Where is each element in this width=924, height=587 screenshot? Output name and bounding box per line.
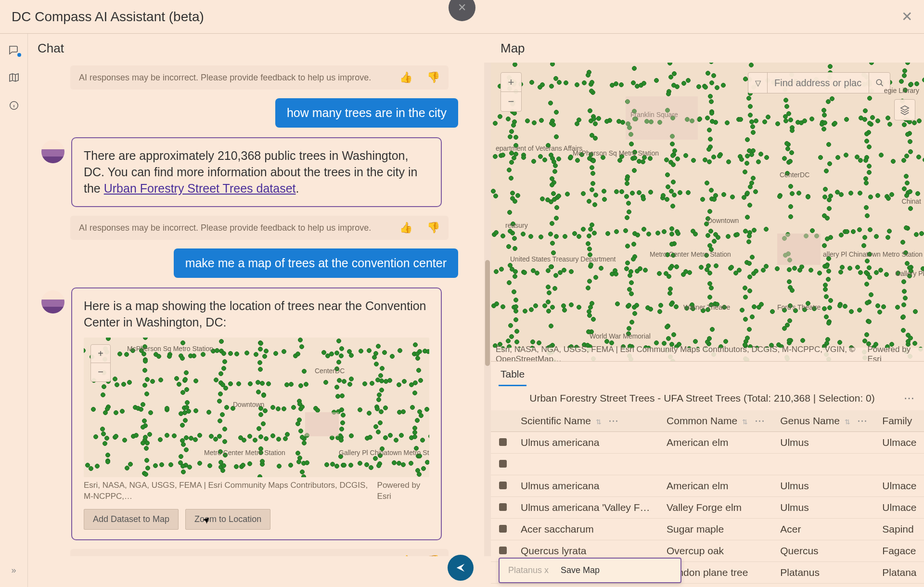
thumbs-down-icon[interactable]: 👎 [427, 71, 440, 84]
cell-scientific-name: Acer saccharum [515, 519, 661, 540]
row-select-checkbox[interactable] [499, 482, 507, 489]
table-row[interactable] [491, 454, 924, 475]
map-label: Ford's Theatre [777, 303, 821, 311]
thumbs-up-icon[interactable]: 👍 [399, 222, 412, 234]
table-row[interactable]: Ulmus americana American elm Ulmus Ulmac… [491, 475, 924, 497]
cell-family: Platana [876, 562, 924, 584]
cell-genus-name: Acer [774, 519, 876, 540]
cell-scientific-name: Ulmus americana [515, 475, 661, 497]
column-header[interactable]: Scientific Name [521, 415, 591, 426]
table-row[interactable]: Ulmus americana 'Valley F… Valley Forge … [491, 497, 924, 519]
ai-text-post: . [295, 182, 299, 195]
cell-family [876, 454, 924, 475]
column-options-icon[interactable]: ⋯ [608, 415, 618, 426]
cell-genus-name [774, 454, 876, 475]
column-options-icon[interactable]: ⋯ [857, 415, 867, 426]
sidebar-info-icon[interactable] [8, 99, 20, 112]
column-options-icon[interactable]: ⋯ [755, 415, 765, 426]
column-header[interactable]: Common Name [667, 415, 737, 426]
layers-icon[interactable] [894, 99, 915, 120]
popup-row-sci: Platanus x [508, 565, 549, 575]
thumbs-down-icon[interactable]: 👎 [427, 555, 440, 556]
thumbs-up-icon[interactable]: 👍 [399, 555, 412, 556]
row-select-checkbox[interactable] [499, 525, 507, 533]
embedded-map[interactable]: + − McPherson Sq Metro Station CenterDC … [84, 338, 429, 477]
zoom-out-icon[interactable]: − [501, 92, 521, 111]
map-search-input[interactable] [768, 78, 869, 89]
close-icon[interactable]: ✕ [901, 9, 912, 25]
map-label: reasury [505, 222, 528, 229]
chat-scrollbar[interactable] [484, 63, 491, 556]
cell-common-name: Sugar maple [661, 519, 774, 540]
thumbs-up-icon[interactable]: 👍 [399, 71, 412, 84]
cell-scientific-name: Ulmus americana [515, 432, 661, 454]
map-label: CenterDC [780, 171, 809, 179]
chat-header: Chat [28, 34, 491, 63]
ai-message: There are approximately 210,368 public t… [71, 137, 442, 207]
map-label: Downtown [707, 217, 739, 224]
map-label: Metro Center Metro Station [204, 448, 285, 457]
zoom-to-location-button[interactable]: Zoom to Location [185, 509, 270, 530]
search-filter-icon[interactable]: ▽ [748, 73, 768, 93]
map-label: Downtown [233, 400, 264, 409]
send-button[interactable] [448, 555, 474, 581]
zoom-in-icon[interactable]: + [501, 73, 521, 92]
save-map-label: Save Map [561, 565, 600, 575]
svg-point-1 [876, 79, 882, 85]
map-label: McPherson Sq Metro Station [573, 149, 659, 157]
cell-common-name: American elm [661, 432, 774, 454]
top-pill-close[interactable]: ✕ [449, 0, 475, 21]
map-powered: Powered by Esri [867, 345, 919, 361]
cell-family: Ulmace [876, 497, 924, 519]
table-options-icon[interactable]: ⋯ [904, 392, 914, 404]
cell-family: Ulmace [876, 432, 924, 454]
save-map-popup[interactable]: Platanus x Save Map [499, 558, 681, 583]
cell-common-name: Valley Forge elm [661, 497, 774, 519]
cell-common-name: American elm [661, 475, 774, 497]
table-row[interactable]: Ulmus americana American elm Ulmus Ulmac… [491, 432, 924, 454]
table-row[interactable]: Acer saccharum Sugar maple Acer Sapind [491, 519, 924, 540]
row-select-checkbox[interactable] [499, 503, 507, 511]
cell-genus-name: Ulmus [774, 497, 876, 519]
mini-map-powered: Powered by Esri [377, 480, 429, 502]
sort-icon[interactable]: ⇅ [845, 418, 850, 426]
mini-zoom-in-icon[interactable]: + [91, 345, 110, 363]
sidebar-chat-icon[interactable] [8, 43, 20, 56]
column-header[interactable]: Family [882, 415, 912, 426]
map-label: CenterDC [315, 366, 345, 376]
table-header-row: Scientific Name⇅⋯ Common Name⇅⋯ Genus Na… [491, 410, 924, 432]
map-attribution: Esri, NASA, NGA, USGS, FEMA | Esri Commu… [496, 345, 867, 361]
row-select-checkbox[interactable] [499, 547, 507, 554]
column-header[interactable]: Genus Name [780, 415, 840, 426]
map-label: Gallery Pl | Chinatown Metro Station [895, 270, 924, 277]
map-label: Chinat [902, 197, 921, 205]
disclaimer-text: AI responses may be incorrect. Please pr… [79, 556, 371, 556]
map-label: Gallery Pl Chinatown Metro Station [339, 448, 429, 457]
map-header: Map [491, 34, 924, 63]
cell-scientific-name: Ulmus americana 'Valley F… [515, 497, 661, 519]
sidebar-map-icon[interactable] [8, 71, 20, 84]
map-label: United States Treasury Department [510, 255, 616, 263]
dataset-link[interactable]: Urban Forestry Street Trees dataset [104, 182, 296, 195]
sidebar-expand-icon[interactable]: » [11, 565, 16, 575]
cell-scientific-name [515, 454, 661, 475]
map-label: allery Pl Chinatown Metro Station [823, 250, 923, 258]
mini-zoom-out-icon[interactable]: − [91, 363, 110, 381]
app-title: DC Compass AI Assistant (beta) [12, 9, 204, 25]
map-label: World War Memorial [590, 332, 651, 340]
row-select-checkbox[interactable] [499, 438, 507, 446]
ai-message-with-map: Here is a map showing the location of tr… [71, 287, 442, 540]
cell-family: Fagace [876, 540, 924, 562]
mini-map-attribution: Esri, NASA, NGA, USGS, FEMA | Esri Commu… [84, 480, 377, 502]
ai-avatar [41, 140, 64, 163]
thumbs-down-icon[interactable]: 👎 [427, 222, 440, 234]
row-select-checkbox[interactable] [499, 460, 507, 468]
sort-icon[interactable]: ⇅ [596, 418, 602, 426]
add-dataset-button[interactable]: Add Dataset to Map [84, 509, 179, 530]
cell-family: Sapind [876, 519, 924, 540]
map-label: egie Library [884, 87, 919, 94]
table-tab[interactable]: Table [499, 366, 526, 386]
cell-genus-name: Platanus [774, 562, 876, 584]
sort-icon[interactable]: ⇅ [742, 418, 748, 426]
main-map[interactable]: + − ▽ [491, 63, 924, 361]
